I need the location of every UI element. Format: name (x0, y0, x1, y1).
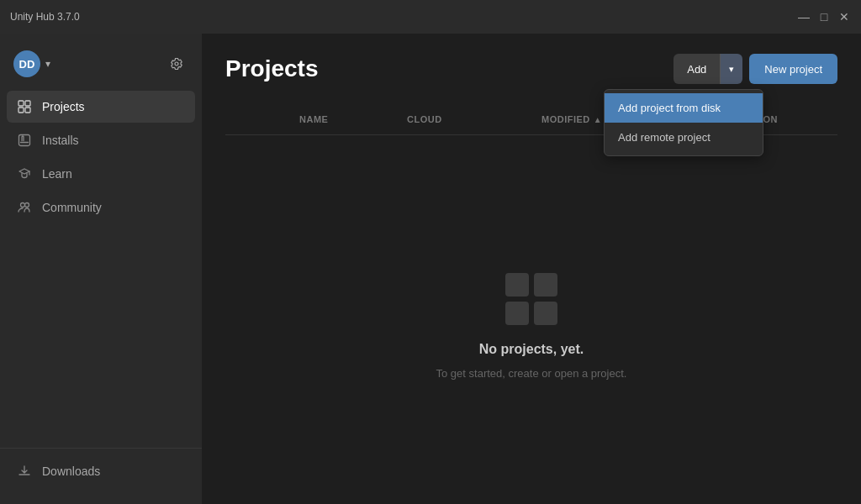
sidebar-item-downloads[interactable]: Downloads (7, 455, 195, 487)
titlebar: Unity Hub 3.7.0 — □ ✕ (0, 0, 861, 34)
app-title: Unity Hub 3.7.0 (10, 11, 80, 23)
learn-icon (17, 166, 32, 181)
svg-rect-2 (25, 101, 30, 106)
sidebar-item-label-learn: Learn (42, 167, 72, 181)
sidebar-header: DD ▾ (0, 44, 202, 91)
page-title: Projects (225, 55, 319, 82)
add-dropdown-button[interactable]: ▾ (720, 54, 742, 84)
sidebar-item-label-projects: Projects (42, 100, 85, 113)
settings-button[interactable] (165, 52, 188, 76)
dropdown-item-add-from-disk[interactable]: Add project from disk (605, 93, 763, 123)
svg-rect-3 (18, 108, 24, 113)
sidebar-item-projects[interactable]: Projects (7, 91, 195, 123)
sidebar-bottom: Downloads (0, 448, 202, 494)
main-header: Projects Add ▾ New project Add project f… (225, 54, 837, 84)
installs-icon (17, 133, 32, 148)
gear-icon (170, 57, 183, 71)
community-icon (17, 200, 32, 215)
sidebar-item-label-installs: Installs (42, 134, 79, 147)
th-star (225, 111, 259, 128)
close-button[interactable]: ✕ (837, 10, 851, 24)
svg-point-7 (25, 203, 29, 207)
maximize-button[interactable]: □ (817, 10, 831, 24)
user-avatar-container[interactable]: DD ▾ (13, 50, 50, 77)
svg-point-0 (175, 62, 178, 66)
add-button[interactable]: Add (673, 54, 720, 84)
app-body: DD ▾ (0, 34, 861, 504)
avatar-chevron-icon: ▾ (45, 58, 50, 70)
window-controls: — □ ✕ (797, 10, 851, 24)
dropdown-item-add-remote[interactable]: Add remote project (605, 123, 763, 152)
svg-rect-1 (18, 101, 24, 106)
projects-icon (17, 99, 32, 114)
empty-state: No projects, yet. To get started, create… (225, 169, 837, 484)
minimize-button[interactable]: — (797, 10, 811, 24)
svg-rect-5 (19, 135, 30, 146)
sidebar-nav: Projects Installs (0, 91, 202, 441)
empty-state-icon (505, 273, 557, 325)
sidebar-item-label-community: Community (42, 201, 102, 214)
add-dropdown-menu: Add project from disk Add remote project (604, 89, 763, 156)
downloads-label: Downloads (42, 465, 100, 478)
downloads-icon (17, 464, 32, 479)
add-button-group: Add ▾ (673, 54, 742, 84)
th-name: NAME (293, 111, 400, 128)
empty-state-title: No projects, yet. (479, 342, 584, 357)
new-project-button[interactable]: New project (749, 54, 837, 84)
sidebar-item-community[interactable]: Community (7, 192, 195, 223)
main-content: Projects Add ▾ New project Add project f… (202, 34, 861, 504)
sidebar: DD ▾ (0, 34, 202, 504)
th-branch (259, 111, 293, 128)
th-cloud: CLOUD (400, 111, 535, 128)
sidebar-item-learn[interactable]: Learn (7, 158, 195, 190)
empty-state-subtitle: To get started, create or open a project… (436, 367, 627, 380)
sort-arrow-icon: ▲ (594, 115, 602, 124)
sidebar-item-installs[interactable]: Installs (7, 124, 195, 156)
avatar: DD (13, 50, 40, 77)
header-actions: Add ▾ New project Add project from disk … (673, 54, 837, 84)
svg-rect-4 (25, 108, 30, 113)
svg-point-6 (21, 203, 25, 207)
